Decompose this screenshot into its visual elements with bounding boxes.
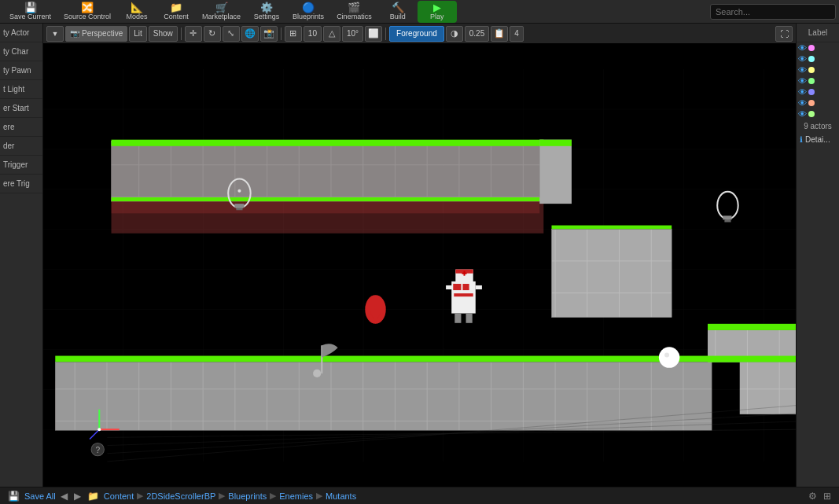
content-button[interactable]: 📁 Content (156, 1, 196, 23)
left-sidebar: ty Actor ty Char ty Pawn t Light er Star… (0, 24, 43, 487)
actor-visibility-row-3[interactable]: 👁 (797, 64, 839, 75)
opacity-value[interactable]: 0.25 (465, 26, 489, 42)
eye-icon-5[interactable]: 👁 (798, 87, 807, 97)
sidebar-item-char[interactable]: ty Char (0, 42, 42, 61)
info-icon: ℹ (800, 135, 803, 144)
breadcrumb-mutants[interactable]: Mutants (326, 491, 356, 501)
maximize-icon[interactable]: ⛶ (775, 26, 793, 42)
play-button[interactable]: ▶ Play (418, 1, 457, 23)
folder-icon: 📁 (86, 489, 101, 503)
actor-visibility-row-4[interactable]: 👁 (797, 75, 839, 86)
sidebar-item-light[interactable]: t Light (0, 80, 42, 99)
breadcrumb-enemies[interactable]: Enemies (279, 491, 313, 501)
cinematics-button[interactable]: 🎬 Cinematics (330, 1, 378, 23)
svg-rect-59 (454, 314, 461, 323)
camera-icon[interactable]: 📸 (260, 26, 278, 42)
breadcrumb-project[interactable]: 2DSideScrollerBP (146, 491, 215, 501)
svg-rect-55 (462, 284, 469, 290)
translate-icon[interactable]: ✛ (185, 26, 202, 42)
actor-visibility-row-2[interactable]: 👁 (797, 53, 839, 64)
save-current-button[interactable]: 💾 Save Current (3, 1, 57, 23)
search-input[interactable] (710, 4, 836, 20)
breadcrumb-sep-1: ▶ (137, 491, 143, 501)
svg-rect-61 (446, 285, 452, 289)
details-label: Detai... (805, 135, 830, 144)
viewport-canvas[interactable]: ? (43, 44, 796, 487)
sidebar-item-ere[interactable]: ere (0, 118, 42, 137)
sidebar-item-start[interactable]: er Start (0, 99, 42, 118)
actor-dot-5 (808, 89, 815, 95)
sidebar-item-der[interactable]: der (0, 137, 42, 156)
modes-button[interactable]: 📐 Modes (117, 1, 156, 23)
build-button[interactable]: 🔨 Build (378, 1, 418, 23)
layer-number[interactable]: 4 (510, 26, 524, 42)
sidebar-item-pawn[interactable]: ty Pawn (0, 61, 42, 80)
eye-icon-3[interactable]: 👁 (798, 65, 807, 75)
actor-dot-7 (808, 111, 815, 117)
details-button[interactable]: ℹ Detai... (797, 133, 839, 146)
svg-point-34 (237, 189, 241, 193)
toolbar-separator-3 (385, 28, 386, 40)
game-scene-svg: ? (43, 44, 796, 487)
svg-rect-54 (453, 284, 461, 290)
blueprints-button[interactable]: 🔵 Blueprints (286, 1, 330, 23)
eye-icon-2[interactable]: 👁 (798, 54, 807, 64)
breadcrumb-blueprints[interactable]: Blueprints (228, 491, 267, 501)
actor-visibility-row-5[interactable]: 👁 (797, 86, 839, 97)
perspective-button[interactable]: 📷 Perspective (65, 26, 127, 42)
save-all-icon[interactable]: 💾 (6, 489, 21, 503)
marketplace-button[interactable]: 🛒 Marketplace (196, 1, 247, 23)
grid-icon[interactable]: ⊞ (285, 26, 302, 42)
angle-value[interactable]: 10° (342, 26, 363, 42)
actor-visibility-row-6[interactable]: 👁 (797, 97, 839, 109)
actor-visibility-row-7[interactable]: 👁 (797, 109, 839, 120)
svg-rect-21 (112, 142, 540, 201)
angle-icon[interactable]: △ (323, 26, 340, 42)
scale-icon[interactable]: ⤡ (223, 26, 240, 42)
svg-rect-56 (454, 293, 473, 296)
main-area: ty Actor ty Char ty Pawn t Light er Star… (0, 24, 839, 487)
rotate-icon[interactable]: ↻ (204, 26, 221, 42)
breadcrumb-sep-3: ▶ (270, 491, 276, 501)
lit-button[interactable]: Lit (129, 26, 147, 42)
settings-button[interactable]: ⚙️ Settings (247, 1, 286, 23)
breadcrumb-sep-2: ▶ (219, 491, 225, 501)
right-panel: Label 👁 👁 👁 👁 👁 👁 👁 (796, 24, 839, 487)
svg-rect-32 (234, 204, 244, 208)
save-all-label[interactable]: Save All (24, 491, 56, 501)
svg-rect-40 (724, 219, 730, 222)
bottom-settings-icon[interactable]: ⚙ (807, 489, 819, 503)
toolbar-separator-2 (281, 28, 282, 40)
eye-icon-1[interactable]: 👁 (798, 43, 807, 53)
bottom-bar: 💾 Save All ◀ ▶ 📁 Content ▶ 2DSideScrolle… (0, 487, 839, 504)
actor-dot-4 (808, 78, 815, 84)
sidebar-item-actor[interactable]: ty Actor (0, 24, 42, 42)
right-panel-labels-section: Label (797, 24, 839, 42)
svg-rect-33 (236, 208, 242, 210)
back-icon[interactable]: ◀ (59, 489, 69, 503)
svg-rect-36 (551, 230, 672, 318)
eye-icon-4[interactable]: 👁 (798, 76, 807, 86)
toolbar-separator-1 (181, 28, 182, 40)
source-control-button[interactable]: 🔀 Source Control (57, 1, 117, 23)
svg-point-74 (98, 428, 101, 431)
sidebar-item-ere-trig[interactable]: ere Trig (0, 175, 42, 193)
viewport-menu-button[interactable]: ▼ (46, 26, 64, 42)
forward-icon[interactable]: ▶ (72, 489, 83, 503)
show-button[interactable]: Show (149, 26, 178, 42)
opacity-icon[interactable]: ◑ (446, 26, 463, 42)
world-icon[interactable]: 🌐 (241, 26, 259, 42)
bottom-layout-icon[interactable]: ⊞ (822, 489, 833, 503)
actor-visibility-row-1[interactable]: 👁 (797, 42, 839, 53)
sidebar-item-trigger[interactable]: Trigger (0, 156, 42, 175)
grid-size-value[interactable]: 10 (304, 26, 322, 42)
snap-icon[interactable]: ⬜ (365, 26, 382, 42)
layer-icon[interactable]: 📋 (491, 26, 508, 42)
eye-icon-7[interactable]: 👁 (798, 109, 807, 119)
bottom-right-icons: ⚙ ⊞ (807, 489, 833, 503)
eye-icon-6[interactable]: 👁 (798, 98, 807, 108)
breadcrumb-content[interactable]: Content (104, 491, 134, 501)
foreground-button[interactable]: Foreground (389, 26, 444, 42)
actor-dot-3 (808, 67, 815, 73)
actor-dot-1 (808, 45, 815, 51)
